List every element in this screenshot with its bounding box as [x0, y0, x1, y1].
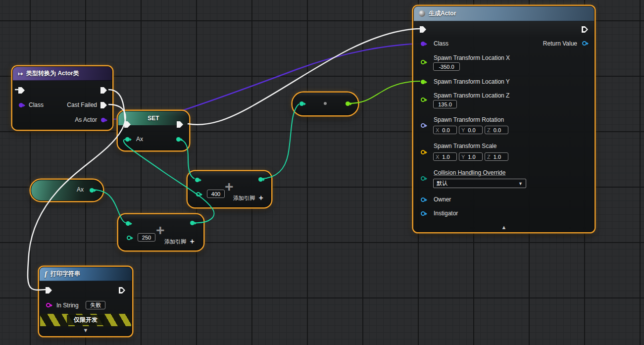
collision-dropdown[interactable]: 默认 ▼: [433, 179, 526, 188]
axis-letter: Y: [461, 154, 465, 160]
add-pin-text: 添加引脚: [164, 239, 186, 245]
spawn-node-header: 生成Actor: [414, 6, 594, 21]
function-icon: f: [45, 270, 47, 278]
add250-input-b-pin[interactable]: [127, 236, 131, 240]
add-pin-text: 添加引脚: [233, 195, 255, 201]
add400-value-field[interactable]: 400: [207, 190, 225, 198]
return-value-label: Return Value: [543, 40, 577, 47]
collision-label: Collision Handling Override: [434, 169, 505, 176]
scale-y-field[interactable]: Y 1.0: [459, 152, 483, 161]
node-cast-to-actor[interactable]: ↦ 类型转换为 Actor类 Class Cast Failed As Acto…: [12, 66, 112, 130]
set-node-title: SET: [148, 115, 159, 122]
cast-node-title: 类型转换为 Actor类: [26, 69, 79, 78]
cast-failed-pin[interactable]: [100, 102, 107, 108]
set-ax-output-pin[interactable]: [176, 137, 181, 142]
scale-pin[interactable]: [421, 150, 425, 154]
node-add-400[interactable]: 400 + 添加引脚＋: [188, 171, 271, 207]
add250-output-pin[interactable]: [190, 221, 195, 225]
add400-value: 400: [211, 191, 220, 197]
print-collapse-icon[interactable]: ▼: [40, 327, 132, 333]
scale-label: Spawn Transform Scale: [434, 143, 496, 149]
node-set-ax[interactable]: SET Ax: [118, 111, 189, 150]
axis-letter: Z: [487, 154, 491, 160]
scale-x-field[interactable]: X 1.0: [433, 152, 457, 161]
in-string-field[interactable]: 失败: [86, 301, 105, 309]
wire-as-actor-to-class: [102, 44, 421, 119]
add250-value-field[interactable]: 250: [138, 233, 155, 242]
get-ax-output-pin[interactable]: [90, 188, 94, 193]
owner-label: Owner: [434, 196, 451, 203]
node-int-to-float-conversion[interactable]: [293, 93, 358, 115]
rotation-y-value: 0.0: [468, 127, 475, 133]
spawn-exec-in-pin[interactable]: [420, 26, 426, 33]
add250-input-a-pin[interactable]: [126, 221, 130, 226]
axis-letter: Y: [461, 127, 465, 133]
node-add-250[interactable]: 250 + 添加引脚＋: [118, 214, 203, 250]
add250-add-pin-label[interactable]: 添加引脚＋: [164, 237, 196, 246]
cast-node-header: ↦ 类型转换为 Actor类: [13, 67, 112, 81]
loc-x-label: Spawn Transform Location X: [434, 54, 510, 61]
add400-input-a-pin[interactable]: [195, 178, 199, 182]
node-print-string[interactable]: f 打印字符串 In String 失败 仅限开发 ▼: [39, 267, 132, 336]
owner-pin[interactable]: [421, 197, 425, 202]
cast-exec-in-pin[interactable]: [18, 87, 25, 94]
add400-add-pin-label[interactable]: 添加引脚＋: [233, 194, 264, 202]
scale-x-value: 1.0: [442, 154, 449, 160]
conversion-output-pin[interactable]: [346, 101, 350, 106]
wire-add400-to-conversion: [262, 104, 299, 179]
collision-selected-value: 默认: [437, 180, 447, 187]
rotation-z-value: 0.0: [494, 127, 501, 133]
rotation-x-field[interactable]: X 0.0: [433, 126, 457, 134]
rotation-label: Spawn Transform Rotation: [434, 116, 504, 123]
development-only-banner: 仅限开发: [40, 314, 131, 326]
in-string-pin[interactable]: [46, 303, 50, 307]
instigator-label: Instigator: [434, 210, 458, 217]
loc-y-pin[interactable]: [421, 80, 425, 84]
loc-x-value: -350.0: [439, 64, 454, 70]
loc-y-label: Spawn Transform Location Y: [434, 78, 510, 85]
axis-letter: X: [436, 154, 439, 160]
collision-pin[interactable]: [421, 176, 425, 181]
cast-icon: ↦: [18, 70, 23, 77]
cast-exec-out-pin[interactable]: [100, 87, 107, 94]
scale-z-field[interactable]: Z 1.0: [485, 152, 508, 161]
scale-y-value: 1.0: [468, 154, 475, 160]
spawn-class-pin[interactable]: [421, 42, 425, 46]
as-actor-pin[interactable]: [101, 118, 105, 122]
loc-z-field[interactable]: 135.0: [433, 100, 457, 108]
loc-z-pin[interactable]: [421, 98, 425, 102]
print-exec-in-pin[interactable]: [46, 287, 52, 294]
add400-output-pin[interactable]: [258, 177, 263, 182]
loc-z-label: Spawn Transform Location Z: [434, 92, 509, 99]
instigator-pin[interactable]: [421, 211, 425, 216]
node-get-ax[interactable]: Ax: [31, 180, 103, 201]
add-pin-plus-icon: ＋: [189, 237, 196, 245]
add-pin-plus-icon: ＋: [257, 194, 264, 201]
rotation-pin[interactable]: [421, 123, 425, 128]
spawn-collapse-icon[interactable]: ▲: [414, 224, 594, 230]
wire-conversion-to-loc-y: [348, 81, 420, 103]
loc-x-field[interactable]: -350.0: [433, 62, 460, 71]
loc-z-value: 135.0: [438, 101, 452, 107]
in-string-label: In String: [56, 302, 79, 309]
cast-failed-label: Cast Failed: [67, 101, 97, 108]
rotation-x-value: 0.0: [442, 127, 449, 133]
spawn-node-title: 生成Actor: [429, 9, 456, 18]
print-exec-out-pin[interactable]: [119, 287, 125, 294]
cast-class-pin[interactable]: [19, 103, 23, 107]
rotation-y-field[interactable]: Y 0.0: [459, 126, 483, 134]
rotation-z-field[interactable]: Z 0.0: [485, 126, 508, 134]
spawn-exec-out-pin[interactable]: [582, 26, 588, 33]
set-ax-input-pin[interactable]: [125, 137, 130, 142]
add400-plus-icon: +: [225, 182, 234, 192]
print-node-header: f 打印字符串: [40, 267, 132, 281]
node-spawn-actor[interactable]: 生成Actor Class Return Value Spawn Transfo…: [413, 6, 594, 232]
set-variable-label: Ax: [136, 136, 143, 143]
return-value-pin[interactable]: [582, 41, 587, 46]
development-only-text: 仅限开发: [67, 315, 104, 325]
conversion-input-pin[interactable]: [299, 101, 304, 106]
print-node-title: 打印字符串: [50, 270, 80, 278]
loc-x-pin[interactable]: [421, 60, 425, 64]
add400-input-b-pin[interactable]: [196, 192, 200, 197]
spawn-class-label: Class: [434, 40, 448, 47]
